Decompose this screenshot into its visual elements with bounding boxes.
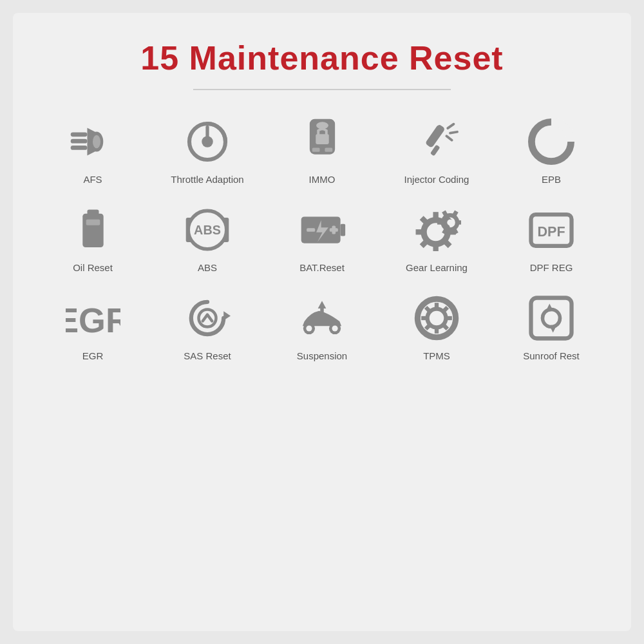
svg-point-42 bbox=[447, 219, 453, 225]
afs-label: AFS bbox=[83, 174, 102, 185]
svg-rect-23 bbox=[86, 220, 100, 225]
divider bbox=[193, 89, 451, 90]
svg-rect-59 bbox=[320, 308, 323, 314]
item-gear: Gear Learning bbox=[383, 204, 491, 273]
injector-icon bbox=[408, 116, 466, 167]
immo-label: IMMO bbox=[309, 174, 336, 185]
svg-point-4 bbox=[93, 135, 100, 149]
sas-icon bbox=[178, 292, 236, 344]
svg-line-36 bbox=[423, 241, 426, 244]
abs-icon: ABS bbox=[178, 204, 236, 256]
item-throttle: Throttle Adaption bbox=[153, 116, 261, 185]
svg-point-57 bbox=[332, 325, 337, 331]
dpf-label: DPF REG bbox=[530, 262, 573, 273]
svg-line-66 bbox=[427, 325, 430, 328]
svg-line-38 bbox=[423, 220, 426, 223]
epb-label: EPB bbox=[542, 174, 561, 185]
svg-line-16 bbox=[448, 124, 453, 128]
item-immo: IMMO bbox=[268, 116, 376, 185]
svg-rect-2 bbox=[71, 146, 88, 150]
svg-rect-27 bbox=[340, 224, 345, 236]
bat-label: BAT.Reset bbox=[299, 262, 345, 273]
suspension-label: Suspension bbox=[297, 350, 347, 361]
bat-icon bbox=[293, 204, 351, 256]
svg-marker-52 bbox=[223, 311, 231, 320]
svg-line-68 bbox=[427, 308, 430, 311]
svg-line-44 bbox=[453, 229, 455, 231]
item-oil: Oil Reset bbox=[39, 204, 147, 273]
oil-icon bbox=[64, 204, 122, 256]
svg-rect-11 bbox=[317, 124, 327, 128]
svg-rect-30 bbox=[332, 225, 336, 234]
egr-label: EGR bbox=[82, 350, 104, 361]
item-abs: ABS ABS bbox=[153, 204, 261, 273]
item-egr: EGR EGR bbox=[39, 292, 147, 361]
item-suspension: Suspension bbox=[268, 292, 376, 361]
svg-line-18 bbox=[446, 136, 451, 140]
page-wrapper: 15 Maintenance Reset AFS Throttle Adapti… bbox=[13, 13, 631, 631]
item-injector: Injector Coding bbox=[383, 116, 491, 185]
oil-label: Oil Reset bbox=[73, 262, 113, 273]
svg-rect-13 bbox=[325, 147, 332, 151]
dpf-icon: DPF bbox=[522, 204, 580, 256]
injector-label: Injector Coding bbox=[404, 174, 469, 185]
item-epb: EPB bbox=[497, 116, 605, 185]
svg-text:ABS: ABS bbox=[194, 223, 221, 237]
item-sas: SAS Reset bbox=[153, 292, 261, 361]
gear-label: Gear Learning bbox=[406, 262, 468, 273]
svg-rect-14 bbox=[424, 124, 445, 148]
svg-line-64 bbox=[444, 325, 446, 328]
svg-marker-58 bbox=[318, 301, 327, 308]
gear-icon bbox=[408, 204, 466, 256]
sunroof-icon bbox=[522, 292, 580, 344]
svg-rect-12 bbox=[312, 147, 319, 151]
svg-point-56 bbox=[306, 325, 312, 331]
svg-line-34 bbox=[445, 241, 448, 244]
epb-icon bbox=[522, 116, 580, 167]
svg-point-62 bbox=[433, 314, 441, 323]
svg-point-20 bbox=[543, 133, 560, 151]
svg-rect-0 bbox=[71, 132, 88, 137]
svg-marker-73 bbox=[547, 304, 553, 310]
svg-text:DPF: DPF bbox=[537, 223, 565, 239]
sas-label: SAS Reset bbox=[184, 350, 231, 361]
immo-icon bbox=[293, 116, 351, 167]
tpms-label: TPMS bbox=[423, 350, 450, 361]
svg-text:EGR: EGR bbox=[66, 300, 120, 339]
svg-line-48 bbox=[453, 213, 455, 215]
throttle-icon bbox=[178, 116, 236, 167]
page-title: 15 Maintenance Reset bbox=[140, 39, 503, 77]
item-afs: AFS bbox=[39, 116, 147, 185]
svg-rect-9 bbox=[316, 134, 328, 144]
svg-line-47 bbox=[444, 213, 446, 215]
suspension-icon bbox=[293, 292, 351, 344]
egr-icon: EGR bbox=[64, 292, 122, 344]
sunroof-label: Sunroof Rest bbox=[523, 350, 580, 361]
item-sunroof: Sunroof Rest bbox=[497, 292, 605, 361]
feature-grid: AFS Throttle Adaption IMMO Injector Codi… bbox=[39, 116, 605, 361]
item-dpf: DPF DPF REG bbox=[497, 204, 605, 273]
svg-rect-21 bbox=[82, 214, 103, 247]
afs-icon bbox=[64, 116, 122, 167]
item-bat: BAT.Reset bbox=[268, 204, 376, 273]
svg-point-32 bbox=[431, 227, 440, 236]
throttle-label: Throttle Adaption bbox=[171, 174, 243, 185]
svg-point-53 bbox=[199, 310, 216, 327]
svg-rect-71 bbox=[531, 298, 572, 339]
abs-label: ABS bbox=[198, 262, 217, 273]
svg-line-45 bbox=[444, 229, 446, 231]
item-tpms: TPMS bbox=[383, 292, 491, 361]
svg-rect-28 bbox=[307, 228, 315, 232]
svg-line-17 bbox=[450, 131, 457, 133]
svg-rect-22 bbox=[87, 210, 99, 216]
tpms-icon bbox=[408, 292, 466, 344]
svg-line-70 bbox=[444, 308, 446, 311]
svg-rect-1 bbox=[71, 139, 88, 144]
